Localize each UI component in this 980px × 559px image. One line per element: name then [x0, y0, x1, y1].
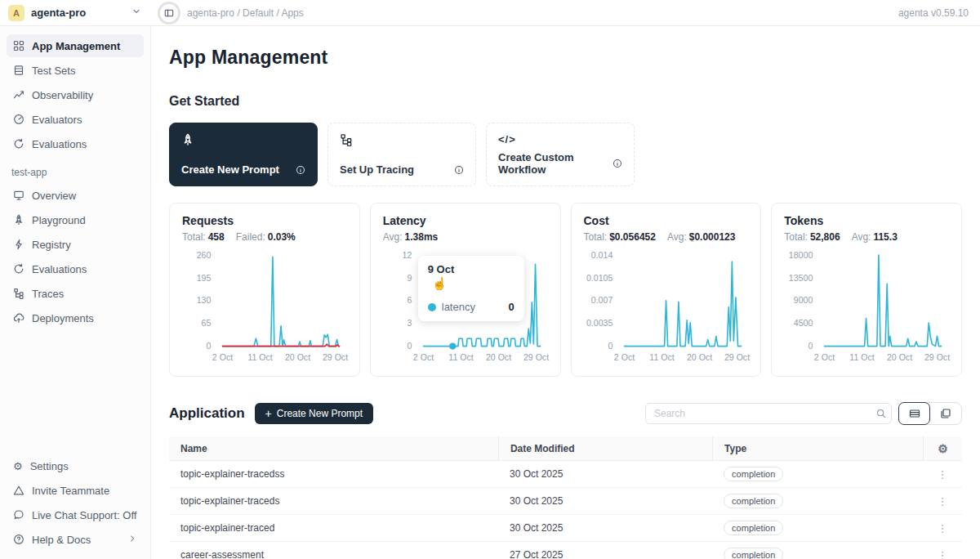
sidebar-item-observability[interactable]: Observability [7, 83, 144, 106]
info-icon[interactable] [454, 165, 464, 175]
get-started-title: Get Started [169, 94, 962, 109]
stat-value: $0.000123 [689, 231, 736, 243]
main-content: App Management Get Started Create New Pr… [151, 26, 980, 559]
type-cell: completion [712, 548, 923, 559]
sidebar-item-app-management[interactable]: App Management [7, 34, 144, 57]
svg-text:11 Oct: 11 Oct [850, 352, 875, 362]
svg-text:13500: 13500 [789, 273, 813, 283]
sidebar-item-help-docs[interactable]: Help & Docs [7, 528, 144, 551]
row-menu-icon[interactable]: ⋮ [938, 496, 948, 507]
sidebar-item-invite-teammate[interactable]: Invite Teammate [7, 479, 144, 502]
info-icon[interactable] [612, 159, 622, 168]
help-circle-icon [13, 534, 24, 545]
row-menu-icon[interactable]: ⋮ [938, 523, 948, 534]
row-menu-icon[interactable]: ⋮ [938, 550, 948, 559]
sidebar-item-label: Settings [30, 460, 69, 472]
table-row[interactable]: career-assessment 27 Oct 2025 completion… [169, 542, 962, 559]
type-cell: completion [712, 521, 923, 535]
create-custom-workflow-card[interactable]: </> Create Custom Workflow [486, 123, 635, 186]
breadcrumb[interactable]: agenta-pro / Default / Apps [187, 7, 304, 19]
sidebar-item-label: Playground [32, 214, 86, 226]
button-label: Create New Prompt [277, 408, 363, 419]
row-actions: ⋮ [923, 550, 962, 559]
sidebar-item-label: Live Chat Support: Off [32, 509, 136, 521]
app-name-cell: topic-explainer-traced [169, 522, 498, 534]
sidebar-item-settings[interactable]: ⚙ Settings [7, 454, 144, 477]
svg-text:11 Oct: 11 Oct [649, 352, 674, 362]
chevron-right-icon [127, 534, 137, 546]
cursor-icon: ☝ [432, 276, 448, 291]
sidebar-item-playground[interactable]: Playground [7, 208, 144, 231]
svg-text:130: 130 [197, 295, 212, 305]
cost-chart[interactable]: 0.0140.01050.0070.003502 Oct11 Oct20 Oct… [584, 247, 749, 371]
type-cell: completion [712, 494, 923, 508]
svg-text:260: 260 [197, 250, 212, 260]
sidebar-item-evaluators[interactable]: Evaluators [7, 108, 144, 131]
svg-text:20 Oct: 20 Oct [887, 352, 912, 362]
date-modified-cell: 30 Oct 2025 [498, 468, 712, 480]
app-root: A agenta-pro agenta-pro / Default / Apps… [0, 0, 980, 559]
requests-metric-card: Requests Total:458 Failed:0.03% 26019513… [169, 203, 360, 377]
sidebar: App Management Test Sets Observability E… [0, 26, 151, 559]
svg-text:2 Oct: 2 Oct [613, 352, 634, 362]
sidebar-item-live-chat[interactable]: Live Chat Support: Off [7, 503, 144, 526]
create-new-prompt-card[interactable]: Create New Prompt [169, 123, 318, 186]
svg-text:65: 65 [202, 318, 212, 328]
set-up-tracing-card[interactable]: Set Up Tracing [327, 123, 476, 186]
row-actions: ⋮ [923, 469, 962, 480]
chart-tooltip: 9 Oct ☝ latency 0 [418, 256, 524, 321]
info-icon[interactable] [296, 165, 305, 175]
table-row[interactable]: topic-explainer-traced 30 Oct 2025 compl… [169, 515, 962, 542]
search-icon[interactable] [876, 409, 886, 418]
row-menu-icon[interactable]: ⋮ [938, 469, 948, 480]
column-settings[interactable]: ⚙ [923, 436, 962, 460]
svg-text:20 Oct: 20 Oct [686, 352, 711, 362]
card-view-button[interactable] [929, 403, 961, 424]
table-view-button[interactable] [898, 402, 930, 425]
sidebar-toggle-button[interactable] [158, 2, 180, 25]
monitor-icon [13, 190, 24, 201]
chat-bubble-icon [13, 509, 24, 521]
sidebar-item-deployments[interactable]: Deployments [7, 306, 144, 329]
table-view-icon [909, 408, 920, 419]
sidebar-item-overview[interactable]: Overview [7, 184, 144, 207]
stat-label: Failed: [236, 231, 265, 243]
date-modified-cell: 27 Oct 2025 [498, 549, 712, 559]
date-modified-cell: 30 Oct 2025 [498, 495, 712, 507]
svg-text:0: 0 [608, 341, 612, 351]
svg-text:0.007: 0.007 [590, 295, 612, 305]
sidebar-item-label: Test Sets [32, 65, 75, 77]
column-header-name[interactable]: Name [169, 436, 498, 460]
requests-chart[interactable]: 2601951306502 Oct11 Oct20 Oct29 Oct [182, 247, 347, 371]
stat-label: Avg: [852, 231, 871, 243]
svg-text:195: 195 [197, 273, 212, 283]
svg-text:6: 6 [407, 295, 412, 305]
sidebar-item-evaluations[interactable]: Evaluations [7, 132, 144, 155]
column-header-type[interactable]: Type [712, 436, 923, 460]
create-new-prompt-button[interactable]: + Create New Prompt [255, 403, 374, 424]
search-input[interactable] [645, 403, 892, 424]
workspace-switcher[interactable]: A agenta-pro [0, 5, 151, 21]
sidebar-item-app-evaluations[interactable]: Evaluations [7, 257, 144, 280]
sidebar-item-traces[interactable]: Traces [7, 282, 144, 305]
column-header-date-modified[interactable]: Date Modified [498, 436, 712, 460]
sidebar-bottom-group: ⚙ Settings Invite Teammate Live Chat Sup… [7, 454, 144, 551]
card-label: Create Custom Workflow [498, 151, 612, 176]
table-row[interactable]: topic-explainer-tracedss 30 Oct 2025 com… [169, 461, 962, 488]
card-view-icon [940, 408, 951, 419]
svg-text:20 Oct: 20 Oct [486, 352, 511, 362]
table-row[interactable]: topic-explainer-traceds 30 Oct 2025 comp… [169, 488, 962, 515]
code-icon: </> [498, 133, 516, 145]
stat-value: 1.38ms [405, 231, 439, 243]
rocket-icon [13, 214, 24, 226]
sidebar-item-registry[interactable]: Registry [7, 233, 144, 256]
type-badge: completion [724, 467, 783, 481]
plus-icon: + [265, 408, 272, 419]
svg-text:20 Oct: 20 Oct [285, 352, 310, 362]
lightning-icon [13, 239, 24, 250]
sidebar-item-test-sets[interactable]: Test Sets [7, 59, 144, 82]
tokens-chart[interactable]: 18000135009000450002 Oct11 Oct20 Oct29 O… [784, 247, 949, 371]
chevron-down-icon [131, 7, 141, 19]
gear-icon: ⚙ [13, 461, 23, 472]
tooltip-series-row: latency 0 [428, 301, 514, 313]
